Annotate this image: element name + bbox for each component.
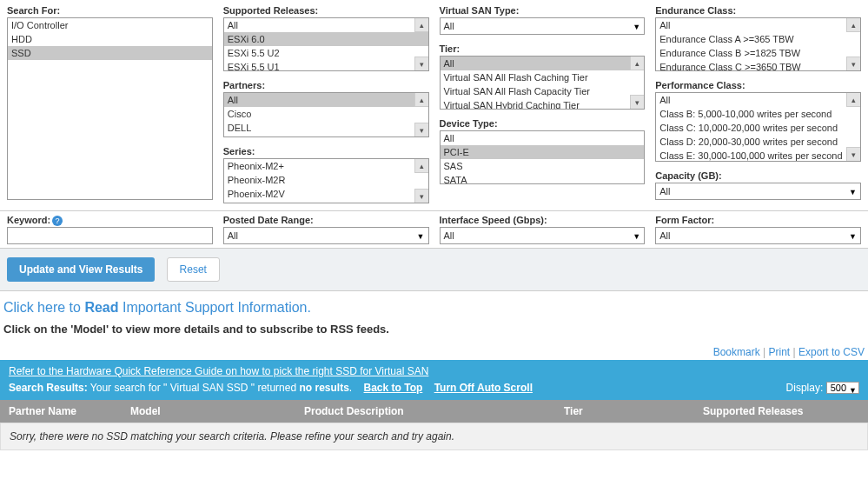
device-type-list[interactable]: All PCI-E SAS SATA [440,130,646,184]
results-header: Refer to the Hardware Quick Reference Gu… [0,360,868,400]
info-suffix: Important Support Information. [119,300,311,315]
help-icon[interactable]: ? [52,216,63,226]
series-label: Series: [223,146,429,156]
tier-opt-3[interactable]: Virtual SAN Hybrid Caching Tier [441,98,645,110]
scroll-up-icon[interactable]: ▴ [630,57,644,70]
series-list[interactable]: Pheonix-M2+ Pheonix-M2R Phoenix-M2V ▴ ▾ [223,158,429,203]
col-desc: Product Description [304,405,564,417]
search-for-opt-ssd[interactable]: SSD [8,46,212,60]
tier-label: Tier: [440,43,646,54]
capacity-label: Capacity (GB): [655,170,861,181]
tier-opt-all[interactable]: All [441,57,645,70]
col-model: Model [130,405,304,417]
results-text-post: . [349,382,352,394]
release-opt-55u1[interactable]: ESXi 5.5 U1 [224,60,428,71]
back-to-top-link[interactable]: Back to Top [364,382,423,394]
scroll-down-icon[interactable]: ▾ [414,57,428,70]
supported-releases-label: Supported Releases: [223,5,429,16]
release-opt-60[interactable]: ESXi 6.0 [224,32,428,46]
perf-opt-all[interactable]: All [656,93,860,107]
device-opt-sata[interactable]: SATA [441,173,645,184]
keyword-label: Keyword: [7,215,50,225]
release-opt-all[interactable]: All [224,18,428,32]
partners-label: Partners: [223,80,429,90]
scroll-down-icon[interactable]: ▾ [846,57,860,70]
series-opt-0[interactable]: Pheonix-M2+ [224,159,428,173]
tier-list[interactable]: All Virtual SAN All Flash Caching Tier V… [440,56,646,110]
results-text-bold: no results [299,382,348,394]
search-for-label: Search For: [7,5,213,16]
vsan-type-select[interactable]: All [440,17,646,35]
search-for-opt-io[interactable]: I/O Controller [8,18,212,32]
table-header: Partner Name Model Product Description T… [0,400,868,423]
update-results-button[interactable]: Update and View Results [7,257,155,282]
scroll-down-icon[interactable]: ▾ [414,189,428,203]
capacity-select[interactable]: All [655,183,861,200]
scroll-up-icon[interactable]: ▴ [414,18,428,32]
keyword-row: Keyword:? Posted Date Range: All Interfa… [0,211,868,249]
reset-button[interactable]: Reset [167,257,220,282]
endurance-list[interactable]: All Endurance Class A >=365 TBW Enduranc… [655,17,861,71]
export-csv-link[interactable]: Export to CSV [798,346,865,358]
keyword-input[interactable] [7,227,213,244]
partner-opt-all[interactable]: All [224,93,428,107]
tier-opt-2[interactable]: Virtual SAN All Flash Capacity Tier [441,84,645,98]
endur-opt-a[interactable]: Endurance Class A >=365 TBW [656,32,860,46]
scroll-up-icon[interactable]: ▴ [414,159,428,173]
scroll-down-icon[interactable]: ▾ [414,123,428,136]
col-search-for: Search For: I/O Controller HDD SSD [7,5,213,207]
device-type-label: Device Type: [440,118,646,129]
series-opt-1[interactable]: Pheonix-M2R [224,173,428,187]
interface-speed-label: Interface Speed (Gbps): [440,215,547,225]
col-endurance-perf: Endurance Class: All Endurance Class A >… [655,5,861,207]
search-for-opt-hdd[interactable]: HDD [8,32,212,46]
hint-text: Click on the 'Model' to view more detail… [0,321,868,344]
endur-opt-all[interactable]: All [656,18,860,32]
posted-date-select[interactable]: All [223,227,429,244]
print-link[interactable]: Print [768,346,790,358]
filters-panel: Search For: I/O Controller HDD SSD Suppo… [0,0,868,211]
scroll-down-icon[interactable]: ▾ [630,95,644,109]
search-for-list[interactable]: I/O Controller HDD SSD [7,17,213,200]
col-release-partners: Supported Releases: All ESXi 6.0 ESXi 5.… [223,5,429,207]
form-factor-select[interactable]: All [655,227,861,244]
guide-link[interactable]: Refer to the Hardware Quick Reference Gu… [9,365,428,377]
perf-label: Performance Class: [655,80,861,90]
col-releases: Supported Releases [703,405,859,417]
auto-scroll-link[interactable]: Turn Off Auto Scroll [434,382,533,394]
export-links: Bookmark | Print | Export to CSV [0,344,868,360]
series-opt-2[interactable]: Phoenix-M2V [224,187,428,201]
tier-opt-1[interactable]: Virtual SAN All Flash Caching Tier [441,70,645,84]
vsan-type-label: Virtual SAN Type: [440,5,646,16]
perf-opt-e[interactable]: Class E: 30,000-100,000 writes per secon… [656,149,860,162]
endur-opt-b[interactable]: Endurance Class B >=1825 TBW [656,46,860,60]
perf-opt-d[interactable]: Class D: 20,000-30,000 writes per second [656,135,860,149]
bookmark-link[interactable]: Bookmark [713,346,760,358]
display-select[interactable]: 500 [826,382,859,394]
endur-opt-c[interactable]: Endurance Class C >=3650 TBW [656,60,860,71]
device-opt-pcie[interactable]: PCI-E [441,145,645,159]
device-opt-sas[interactable]: SAS [441,159,645,173]
results-label: Search Results: [9,382,88,394]
scroll-up-icon[interactable]: ▴ [846,18,860,32]
info-read[interactable]: Read [84,300,118,315]
interface-speed-select[interactable]: All [440,227,646,244]
perf-opt-c[interactable]: Class C: 10,000-20,000 writes per second [656,121,860,135]
partner-opt-cisco[interactable]: Cisco [224,107,428,121]
col-vsan-tier-device: Virtual SAN Type: All Tier: All Virtual … [440,5,646,207]
partners-list[interactable]: All Cisco DELL ▴ ▾ [223,92,429,137]
device-opt-all[interactable]: All [441,131,645,145]
info-prefix: Click here to [3,300,84,315]
results-text-pre: Your search for " Virtual SAN SSD " retu… [90,382,300,394]
perf-opt-b[interactable]: Class B: 5,000-10,000 writes per second [656,107,860,121]
release-opt-55u2[interactable]: ESXi 5.5 U2 [224,46,428,60]
info-link-row: Click here to Read Important Support Inf… [0,291,868,321]
scroll-down-icon[interactable]: ▾ [846,147,860,161]
supported-releases-list[interactable]: All ESXi 6.0 ESXi 5.5 U2 ESXi 5.5 U1 ▴ ▾ [223,17,429,71]
perf-list[interactable]: All Class B: 5,000-10,000 writes per sec… [655,92,861,162]
col-tier: Tier [564,405,703,417]
scroll-up-icon[interactable]: ▴ [414,93,428,107]
partner-opt-dell[interactable]: DELL [224,121,428,135]
scroll-up-icon[interactable]: ▴ [846,93,860,107]
form-factor-label: Form Factor: [655,215,714,225]
